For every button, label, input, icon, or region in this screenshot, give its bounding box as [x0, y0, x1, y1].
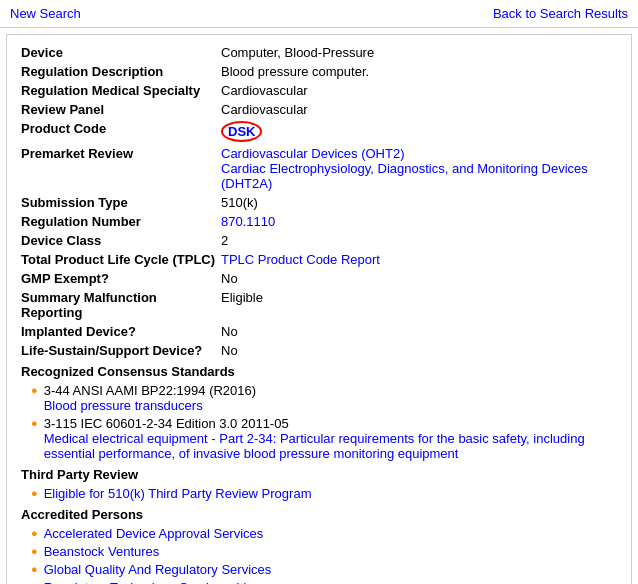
consensus-item-1: 3-44 ANSI AAMI BP22:1994 (R2016) Blood p…	[31, 383, 617, 413]
regulation-medical-specialty-value: Cardiovascular	[221, 83, 617, 98]
summary-malfunction-row: Summary MalfunctionReporting Eligible	[21, 290, 617, 320]
tplc-value: TPLC Product Code Report	[221, 252, 617, 267]
consensus-item-1-link[interactable]: Blood pressure transducers	[44, 398, 203, 413]
gmp-exempt-label: GMP Exempt?	[21, 271, 221, 286]
consensus-item-1-text: 3-44 ANSI AAMI BP22:1994 (R2016)	[44, 383, 256, 398]
third-party-link[interactable]: Eligible for 510(k) Third Party Review P…	[44, 486, 312, 501]
regulation-description-row: Regulation Description Blood pressure co…	[21, 64, 617, 79]
product-code-link[interactable]: DSK	[221, 121, 262, 142]
consensus-item-2-link[interactable]: Medical electrical equipment - Part 2-34…	[44, 431, 585, 461]
accredited-item-2: Global Quality And Regulatory Services	[31, 562, 617, 577]
premarket-review-value: Cardiovascular Devices (OHT2) Cardiac El…	[221, 146, 617, 191]
device-class-value: 2	[221, 233, 617, 248]
product-code-row: Product Code DSK	[21, 121, 617, 142]
review-panel-label: Review Panel	[21, 102, 221, 117]
tplc-link[interactable]: TPLC Product Code Report	[221, 252, 380, 267]
consensus-header: Recognized Consensus Standards	[21, 364, 617, 379]
regulation-medical-specialty-row: Regulation Medical Specialty Cardiovascu…	[21, 83, 617, 98]
device-value: Computer, Blood-Pressure	[221, 45, 617, 60]
regulation-description-value: Blood pressure computer.	[221, 64, 617, 79]
submission-type-label: Submission Type	[21, 195, 221, 210]
gmp-exempt-value: No	[221, 271, 617, 286]
regulation-number-link[interactable]: 870.1110	[221, 214, 275, 229]
device-class-row: Device Class 2	[21, 233, 617, 248]
accredited-item-3: Regulatory Technology Services, Llc	[31, 580, 617, 584]
third-party-item: Eligible for 510(k) Third Party Review P…	[31, 486, 617, 501]
device-row: Device Computer, Blood-Pressure	[21, 45, 617, 60]
device-class-label: Device Class	[21, 233, 221, 248]
premarket-link-2[interactable]: Cardiac Electrophysiology, Diagnostics, …	[221, 161, 588, 191]
premarket-link-1[interactable]: Cardiovascular Devices (OHT2)	[221, 146, 405, 161]
top-nav: New Search Back to Search Results	[0, 0, 638, 28]
regulation-description-label: Regulation Description	[21, 64, 221, 79]
regulation-number-row: Regulation Number 870.1110	[21, 214, 617, 229]
product-code-label: Product Code	[21, 121, 221, 136]
back-to-results-link[interactable]: Back to Search Results	[493, 6, 628, 21]
consensus-item-2: 3-115 IEC 60601-2-34 Edition 3.0 2011-05…	[31, 416, 617, 461]
premarket-review-row: Premarket Review Cardiovascular Devices …	[21, 146, 617, 191]
submission-type-value: 510(k)	[221, 195, 617, 210]
accredited-link-1[interactable]: Beanstock Ventures	[44, 544, 160, 559]
consensus-list: 3-44 ANSI AAMI BP22:1994 (R2016) Blood p…	[21, 383, 617, 461]
accredited-link-0[interactable]: Accelerated Device Approval Services	[44, 526, 264, 541]
summary-malfunction-value: Eligible	[221, 290, 617, 305]
regulation-medical-specialty-label: Regulation Medical Specialty	[21, 83, 221, 98]
gmp-exempt-row: GMP Exempt? No	[21, 271, 617, 286]
third-party-header: Third Party Review	[21, 467, 617, 482]
product-code-value: DSK	[221, 121, 617, 142]
implanted-device-label: Implanted Device?	[21, 324, 221, 339]
accredited-link-2[interactable]: Global Quality And Regulatory Services	[44, 562, 272, 577]
submission-type-row: Submission Type 510(k)	[21, 195, 617, 210]
new-search-link[interactable]: New Search	[10, 6, 81, 21]
regulation-number-value: 870.1110	[221, 214, 617, 229]
accredited-header: Accredited Persons	[21, 507, 617, 522]
life-sustain-row: Life-Sustain/Support Device? No	[21, 343, 617, 358]
life-sustain-value: No	[221, 343, 617, 358]
accredited-list: Accelerated Device Approval Services Bea…	[21, 526, 617, 584]
life-sustain-label: Life-Sustain/Support Device?	[21, 343, 221, 358]
tplc-label: Total Product Life Cycle (TPLC)	[21, 252, 221, 267]
consensus-item-2-text: 3-115 IEC 60601-2-34 Edition 3.0 2011-05	[44, 416, 617, 431]
implanted-device-value: No	[221, 324, 617, 339]
device-label: Device	[21, 45, 221, 60]
review-panel-value: Cardiovascular	[221, 102, 617, 117]
accredited-item-1: Beanstock Ventures	[31, 544, 617, 559]
premarket-review-label: Premarket Review	[21, 146, 221, 161]
detail-content: Device Computer, Blood-Pressure Regulati…	[6, 34, 632, 584]
third-party-list: Eligible for 510(k) Third Party Review P…	[21, 486, 617, 501]
accredited-item-0: Accelerated Device Approval Services	[31, 526, 617, 541]
tplc-row: Total Product Life Cycle (TPLC) TPLC Pro…	[21, 252, 617, 267]
accredited-link-3[interactable]: Regulatory Technology Services, Llc	[44, 580, 253, 584]
implanted-device-row: Implanted Device? No	[21, 324, 617, 339]
summary-malfunction-label: Summary MalfunctionReporting	[21, 290, 221, 320]
regulation-number-label: Regulation Number	[21, 214, 221, 229]
review-panel-row: Review Panel Cardiovascular	[21, 102, 617, 117]
